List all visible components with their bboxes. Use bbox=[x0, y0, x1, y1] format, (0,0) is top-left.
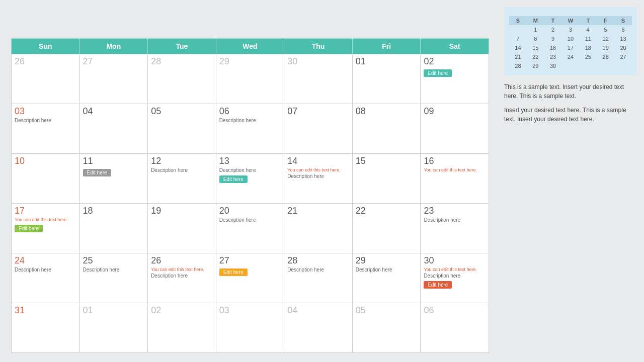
event-badge[interactable]: Edit here bbox=[219, 268, 248, 276]
calendar-cell: 30 bbox=[284, 54, 353, 104]
mini-cal-day[interactable]: 12 bbox=[597, 34, 614, 43]
mini-cal-day[interactable]: 5 bbox=[597, 25, 614, 34]
calendar-cell: 27 bbox=[79, 54, 148, 104]
day-number: 22 bbox=[356, 206, 418, 216]
mini-cal-day[interactable]: 28 bbox=[509, 61, 527, 70]
mini-cal-day bbox=[579, 61, 597, 70]
mini-cal-day[interactable]: 26 bbox=[597, 52, 614, 61]
mini-cal-header: S bbox=[509, 16, 527, 25]
mini-cal-day[interactable]: 20 bbox=[614, 43, 632, 52]
calendar-cell: 29 bbox=[216, 54, 284, 104]
day-number: 26 bbox=[15, 56, 76, 67]
mini-cal-day[interactable]: 1 bbox=[527, 25, 544, 34]
mini-cal-day[interactable]: 21 bbox=[509, 52, 527, 61]
mini-cal-day[interactable]: 23 bbox=[544, 52, 562, 61]
day-number: 14 bbox=[287, 156, 349, 166]
calendar-cell: 01 bbox=[352, 54, 421, 104]
mini-cal-day[interactable]: 15 bbox=[527, 43, 544, 52]
weekday-header-mon: Mon bbox=[79, 39, 148, 54]
small-note: You can edit this text here. bbox=[15, 217, 76, 222]
mini-cal-day[interactable]: 18 bbox=[579, 43, 597, 52]
mini-cal-day[interactable]: 16 bbox=[544, 43, 562, 52]
weekday-header-fri: Fri bbox=[352, 39, 421, 54]
event-badge[interactable]: Edit here bbox=[83, 169, 111, 176]
event-badge[interactable]: Edit here bbox=[424, 281, 452, 289]
description-text: Description here bbox=[287, 267, 349, 273]
mini-cal-table: SMTWTFS 12345678910111213141516171819202… bbox=[509, 16, 632, 70]
calendar-week-1: 03Description here040506Description here… bbox=[12, 104, 489, 154]
calendar-cell: 29Description here bbox=[352, 253, 421, 303]
mini-cal-header: M bbox=[527, 16, 544, 25]
day-number: 12 bbox=[151, 156, 213, 166]
calendar-cell: 06Description here bbox=[216, 104, 284, 154]
day-number: 24 bbox=[15, 255, 76, 266]
mini-cal-day[interactable]: 25 bbox=[579, 52, 597, 61]
calendar-cell: 19 bbox=[148, 204, 216, 253]
day-number: 03 bbox=[219, 305, 281, 316]
event-badge[interactable]: Edit here bbox=[219, 175, 248, 183]
mini-cal-day[interactable]: 14 bbox=[509, 43, 527, 52]
mini-cal-day[interactable]: 3 bbox=[562, 25, 580, 34]
description-text: Description here bbox=[219, 217, 281, 223]
day-number: 06 bbox=[424, 305, 486, 316]
calendar-cell: 02Edit here bbox=[421, 54, 489, 104]
mini-cal-day[interactable]: 27 bbox=[614, 52, 632, 61]
small-note: You can edit this text here. bbox=[424, 167, 486, 172]
calendar-week-4: 24Description here25Description here26Yo… bbox=[12, 253, 489, 303]
mini-cal-day bbox=[614, 61, 632, 70]
mini-cal-day[interactable]: 17 bbox=[562, 43, 580, 52]
description-text: Description here bbox=[356, 267, 418, 273]
mini-cal-day[interactable]: 30 bbox=[544, 61, 562, 70]
mini-cal-day[interactable]: 19 bbox=[597, 43, 614, 52]
description-text: Description here bbox=[219, 118, 281, 123]
day-number: 11 bbox=[83, 156, 145, 166]
mini-cal-day[interactable]: 11 bbox=[579, 34, 597, 43]
mini-cal-day[interactable]: 22 bbox=[527, 52, 544, 61]
day-number: 19 bbox=[151, 206, 213, 216]
day-number: 23 bbox=[424, 206, 486, 216]
calendar-week-5: 31010203040506 bbox=[12, 303, 489, 353]
mini-cal-day[interactable]: 13 bbox=[614, 34, 632, 43]
event-badge[interactable]: Edit here bbox=[424, 69, 452, 77]
note-2: Insert your desired text here. This is a… bbox=[504, 106, 637, 124]
mini-cal-day[interactable]: 29 bbox=[527, 61, 544, 70]
mini-cal-day[interactable]: 4 bbox=[579, 25, 597, 34]
mini-cal-header: F bbox=[597, 16, 614, 25]
mini-cal-day bbox=[509, 25, 527, 34]
small-note: You can edit this text here. bbox=[287, 167, 349, 172]
calendar-cell: 10 bbox=[12, 154, 80, 204]
calendar-cell: 18 bbox=[79, 204, 148, 253]
mini-cal-day[interactable]: 10 bbox=[562, 34, 580, 43]
day-number: 25 bbox=[83, 255, 145, 266]
event-badge[interactable]: Edit here bbox=[15, 225, 43, 232]
mini-cal-day[interactable]: 24 bbox=[562, 52, 580, 61]
calendar-cell: 31 bbox=[12, 303, 80, 353]
calendar-cell: 07 bbox=[284, 104, 353, 154]
day-number: 17 bbox=[15, 206, 76, 216]
calendar-cell: 16You can edit this text here. bbox=[421, 154, 489, 204]
mini-cal-day[interactable]: 8 bbox=[527, 34, 544, 43]
day-number: 30 bbox=[424, 255, 486, 266]
day-number: 10 bbox=[15, 156, 76, 166]
mini-cal-day[interactable]: 6 bbox=[614, 25, 632, 34]
calendar-cell: 24Description here bbox=[12, 253, 80, 303]
mini-cal-header: S bbox=[614, 16, 632, 25]
mini-cal-day bbox=[597, 61, 614, 70]
weekday-header-sat: Sat bbox=[421, 39, 489, 54]
mini-cal-header: W bbox=[562, 16, 580, 25]
description-text: Description here bbox=[424, 273, 486, 279]
calendar-cell: 30You can edit this text here.Descriptio… bbox=[421, 253, 489, 303]
mini-cal-day[interactable]: 2 bbox=[544, 25, 562, 34]
calendar-cell: 20Description here bbox=[216, 204, 284, 253]
calendar-cell: 13Description hereEdit here bbox=[216, 154, 284, 204]
mini-cal-day[interactable]: 9 bbox=[544, 34, 562, 43]
day-number: 20 bbox=[219, 206, 281, 216]
small-note: You can edit this text here. bbox=[424, 267, 486, 272]
day-number: 15 bbox=[356, 156, 418, 166]
calendar-week-2: 1011Edit here12Description here13Descrip… bbox=[12, 154, 489, 204]
day-number: 27 bbox=[83, 56, 145, 67]
calendar-cell: 04 bbox=[284, 303, 353, 353]
day-number: 09 bbox=[424, 106, 486, 117]
day-number: 29 bbox=[219, 56, 281, 67]
mini-cal-day[interactable]: 7 bbox=[509, 34, 527, 43]
